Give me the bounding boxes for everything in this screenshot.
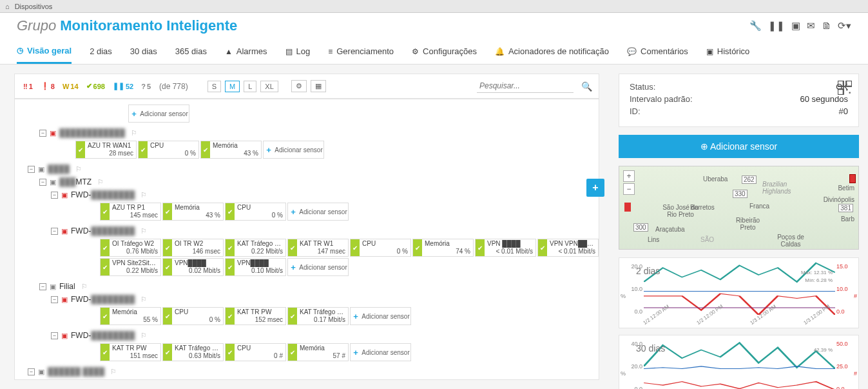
sensor-tile[interactable]: ✔Memória43 % bbox=[200, 141, 262, 159]
node-label[interactable]: FWD-████████ bbox=[71, 331, 135, 340]
tree-row[interactable]: −▣██████ ████⚐ bbox=[28, 365, 599, 378]
map-pin[interactable] bbox=[849, 174, 856, 183]
tree-row[interactable]: −▣Filial⚐ bbox=[39, 280, 599, 293]
flag-icon[interactable]: ⚐ bbox=[140, 332, 147, 340]
sensor-tile[interactable]: ✔VPN████0.02 Mbit/s bbox=[162, 258, 224, 276]
size-m[interactable]: M bbox=[225, 81, 240, 92]
tab-10[interactable]: ▣Histórico bbox=[706, 39, 750, 64]
sensor-tile[interactable]: ✔Memória55 % bbox=[100, 307, 161, 325]
sensor-tile[interactable]: ✔CPU0 % bbox=[225, 203, 286, 221]
chart-1[interactable]: 30 dias%#40.020.00.050.025.00.042.39 % bbox=[619, 335, 859, 389]
node-label[interactable]: FWD-████████ bbox=[71, 190, 135, 199]
mail-icon[interactable]: ✉ bbox=[807, 20, 815, 32]
tree-row[interactable]: −▣FWD-████████⚐ bbox=[51, 224, 599, 237]
collapse-icon[interactable]: − bbox=[51, 332, 58, 339]
add-sensor-tile[interactable]: +Adicionar sensor bbox=[287, 258, 349, 276]
tab-3[interactable]: 365 dias bbox=[175, 39, 207, 64]
tab-4[interactable]: ▲Alarmes bbox=[225, 39, 267, 64]
flag-icon[interactable]: ⚐ bbox=[140, 227, 147, 235]
sensor-tile[interactable]: ✔CPU0 % bbox=[162, 307, 224, 325]
tab-8[interactable]: 🔔Acionadores de notificação bbox=[495, 39, 609, 64]
flag-icon[interactable]: ⚐ bbox=[97, 178, 104, 186]
add-sensor-tile[interactable]: +Adicionar sensor bbox=[350, 307, 411, 325]
sensor-tile[interactable]: ✔CPU0 % bbox=[350, 239, 411, 257]
status-pause-count[interactable]: ❚❚ 52 bbox=[111, 81, 135, 91]
node-label[interactable]: ████ bbox=[48, 165, 70, 174]
node-label[interactable]: ██████ ████ bbox=[48, 367, 104, 376]
wrench-icon[interactable]: 🔧 bbox=[749, 20, 762, 32]
map-zoom-in[interactable]: + bbox=[623, 170, 635, 182]
sensor-tile[interactable]: ✔KAT Tráfego PW0.17 Mbit/s bbox=[287, 307, 349, 325]
title-name[interactable]: Monitoramento Inteligente bbox=[60, 17, 237, 34]
collapse-icon[interactable]: − bbox=[51, 228, 58, 235]
size-xl[interactable]: XL bbox=[260, 81, 278, 92]
collapse-icon[interactable]: − bbox=[39, 179, 46, 186]
add-sensor-tile[interactable]: +Adicionar sensor bbox=[350, 343, 411, 361]
breadcrumb-page[interactable]: Dispositivos bbox=[15, 3, 53, 10]
node-label[interactable]: FWD-████████ bbox=[71, 226, 135, 235]
status-unknown-count[interactable]: ? 5 bbox=[139, 82, 153, 91]
collapse-icon[interactable]: − bbox=[39, 283, 46, 290]
map-widget[interactable]: + − Uberaba Betim Divinópolis Barretos F… bbox=[619, 166, 859, 250]
search-input[interactable] bbox=[477, 79, 574, 93]
add-sensor-tile[interactable]: +Adicionar sensor bbox=[287, 203, 349, 221]
node-label[interactable]: ███MTZ bbox=[59, 177, 92, 186]
size-l[interactable]: L bbox=[244, 81, 256, 92]
tab-7[interactable]: ⚙Configurações bbox=[412, 39, 477, 64]
grid-icon[interactable]: ▦ bbox=[311, 80, 326, 92]
sensor-tile[interactable]: ✔CPU0 % bbox=[138, 141, 199, 159]
device-icon[interactable]: ▣ bbox=[791, 20, 800, 32]
collapse-icon[interactable]: − bbox=[51, 296, 58, 303]
sensor-tile[interactable]: ✔Memória57 # bbox=[287, 343, 349, 361]
sensor-tile[interactable]: ✔AZU TR WAN128 msec bbox=[75, 141, 137, 159]
sensor-tile[interactable]: ✔OI Tráfego W20.76 Mbit/s bbox=[100, 239, 161, 257]
flag-icon[interactable]: ⚐ bbox=[131, 129, 137, 137]
tab-9[interactable]: 💬Comentários bbox=[627, 39, 688, 64]
map-zoom-out[interactable]: − bbox=[623, 183, 635, 195]
collapse-icon[interactable]: − bbox=[28, 166, 35, 173]
tab-2[interactable]: 30 dias bbox=[130, 39, 157, 64]
tab-0[interactable]: ◷Visão geral bbox=[17, 39, 72, 64]
status-ok-count[interactable]: ✔ 698 bbox=[84, 81, 107, 91]
add-sensor-tile[interactable]: +Adicionar sensor bbox=[128, 105, 189, 123]
sensor-tile[interactable]: ✔OI TR W2146 msec bbox=[162, 239, 224, 257]
flag-icon[interactable]: ⚐ bbox=[81, 283, 88, 291]
gear-icon[interactable]: ⚙ bbox=[291, 80, 307, 92]
tree-row[interactable]: −▣FWD-████████⚐ bbox=[51, 329, 599, 342]
doc-icon[interactable]: 🗎 bbox=[822, 20, 831, 32]
chart-0[interactable]: 2 dias%#20.010.00.015.010.00.01/2 12:00 … bbox=[619, 257, 859, 328]
size-s[interactable]: S bbox=[207, 81, 221, 92]
flag-icon[interactable]: ⚐ bbox=[110, 368, 117, 376]
tree-row[interactable]: −▣FWD-████████⚐ bbox=[51, 293, 599, 306]
tab-5[interactable]: ▤Log bbox=[285, 39, 311, 64]
tree-row[interactable]: −▣███MTZ⚐ bbox=[39, 175, 599, 188]
status-alarm-count[interactable]: ‼ 1 bbox=[21, 82, 35, 91]
collapse-icon[interactable]: − bbox=[39, 130, 46, 137]
sensor-tile[interactable]: ✔Memória74 % bbox=[412, 239, 474, 257]
add-sensor-button[interactable]: ⊕ Adicionar sensor bbox=[619, 135, 859, 158]
add-fab-button[interactable]: + bbox=[586, 179, 604, 197]
sensor-tile[interactable]: ✔CPU0 # bbox=[225, 343, 286, 361]
flag-icon[interactable]: ⚐ bbox=[75, 165, 82, 174]
collapse-icon[interactable]: − bbox=[28, 368, 35, 375]
sensor-tile[interactable]: ✔KAT Tráfego W10.22 Mbit/s bbox=[225, 239, 286, 257]
tab-1[interactable]: 2 dias bbox=[90, 39, 112, 64]
home-icon[interactable]: ⌂ bbox=[5, 3, 10, 10]
sensor-tile[interactable]: ✔KAT Tráfego PW0.63 Mbit/s bbox=[162, 343, 224, 361]
collapse-icon[interactable]: − bbox=[51, 192, 58, 199]
tree-row[interactable]: −▣FWD-████████⚐ bbox=[51, 188, 599, 201]
search-icon[interactable]: 🔍 bbox=[581, 81, 592, 92]
sensor-tile[interactable]: ✔VPN ████< 0.01 Mbit/s bbox=[475, 239, 536, 257]
flag-icon[interactable]: ⚐ bbox=[140, 191, 147, 199]
status-error-count[interactable]: ❗8 bbox=[39, 81, 57, 91]
node-label[interactable]: ████████████ bbox=[59, 128, 125, 137]
node-label[interactable]: Filial bbox=[59, 282, 75, 291]
sensor-tile[interactable]: ✔VPN████0.10 Mbit/s bbox=[225, 258, 286, 276]
sensor-tile[interactable]: ✔KAT TR PW151 msec bbox=[100, 343, 161, 361]
sensor-tile[interactable]: ✔VPN Site2Site-...0.22 Mbit/s bbox=[100, 258, 161, 276]
tree-row[interactable]: −▣████⚐ bbox=[28, 163, 599, 175]
qr-icon[interactable] bbox=[838, 81, 852, 95]
map-pin[interactable] bbox=[624, 203, 631, 212]
flag-icon[interactable]: ⚐ bbox=[140, 295, 147, 304]
tab-6[interactable]: ≡Gerenciamento bbox=[328, 39, 394, 64]
